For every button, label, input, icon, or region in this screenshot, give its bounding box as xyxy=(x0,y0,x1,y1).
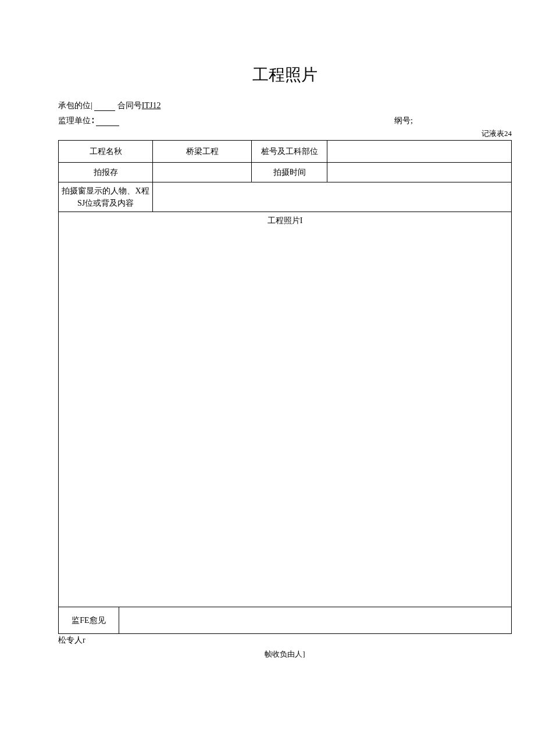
cell-station-value xyxy=(327,141,512,163)
contractor-line: 承包的位| 合同号ITJ12 xyxy=(58,101,512,111)
supervisor-line: 监理单位∶ 纲号; xyxy=(58,116,512,126)
cell-station-label: 桩号及工科部位 xyxy=(252,141,327,163)
contract-label: 合同号 xyxy=(117,101,142,110)
cell-desc-label: 拍摄窗显示的人物、X程SJ位或背及内容 xyxy=(59,182,153,212)
contract-number: ITJ12 xyxy=(142,101,161,110)
cell-project-name-label: 工程名秋 xyxy=(59,141,153,163)
supervisor-blank xyxy=(96,118,119,126)
cell-photo-time-value xyxy=(327,163,512,182)
cell-opinion-value xyxy=(119,607,512,634)
footer-left: 松专人r xyxy=(58,635,512,646)
number-label: 纲号; xyxy=(394,116,413,126)
row-photo-meta: 拍报存 拍摄时间 xyxy=(59,163,512,182)
cell-project-name-value: 桥梁工程 xyxy=(153,141,252,163)
row-description: 拍摄窗显示的人物、X程SJ位或背及内容 xyxy=(59,182,512,212)
page-title: 工程照片 xyxy=(58,64,512,86)
cell-photo-area: 工程照片I xyxy=(59,212,512,607)
cell-photo-save-label: 拍报存 xyxy=(59,163,153,182)
cell-opinion-label: 监FE愈见 xyxy=(59,607,119,634)
table-corner-label: 记液表24 xyxy=(58,128,512,139)
row-photo: 工程照片I xyxy=(59,212,512,607)
opinion-table: 监FE愈见 xyxy=(58,607,512,634)
cell-photo-save-value xyxy=(153,163,252,182)
cell-photo-time-label: 拍摄时间 xyxy=(252,163,327,182)
cell-desc-value xyxy=(153,182,512,212)
row-opinion: 监FE愈见 xyxy=(59,607,512,634)
contractor-label: 承包的位| xyxy=(58,101,94,110)
contractor-blank xyxy=(94,103,115,111)
row-project: 工程名秋 桥梁工程 桩号及工科部位 xyxy=(59,141,512,163)
photo-caption: 工程照片I xyxy=(268,216,303,225)
form-table: 工程名秋 桥梁工程 桩号及工科部位 拍报存 拍摄时间 拍摄窗显示的人物、X程SJ… xyxy=(58,140,512,607)
footer-center: 帧收负由人] xyxy=(58,649,512,660)
supervisor-label: 监理单位∶ xyxy=(58,116,94,125)
